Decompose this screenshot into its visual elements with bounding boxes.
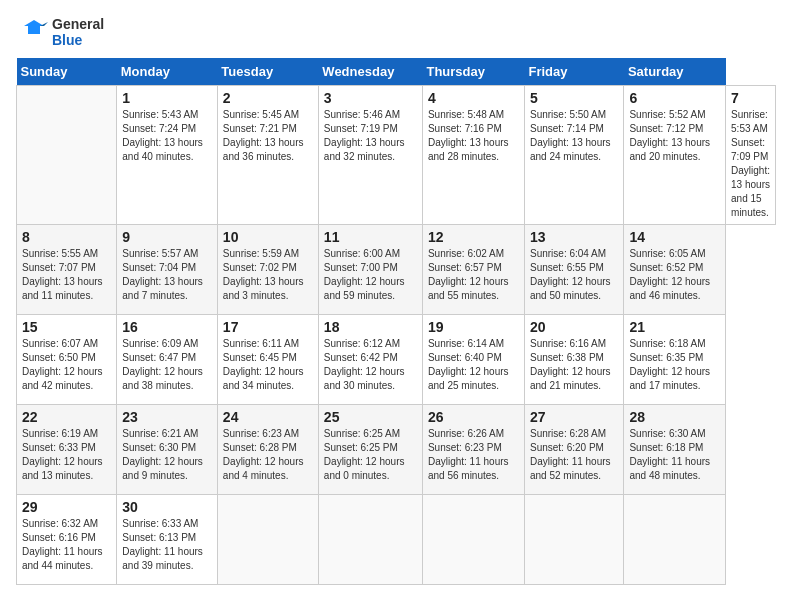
- day-number: 16: [122, 319, 212, 335]
- day-info: Sunrise: 6:19 AM Sunset: 6:33 PM Dayligh…: [22, 427, 111, 483]
- day-header-monday: Monday: [117, 58, 218, 86]
- day-info: Sunrise: 6:33 AM Sunset: 6:13 PM Dayligh…: [122, 517, 212, 573]
- day-cell-22: 22Sunrise: 6:19 AM Sunset: 6:33 PM Dayli…: [17, 405, 117, 495]
- day-info: Sunrise: 6:11 AM Sunset: 6:45 PM Dayligh…: [223, 337, 313, 393]
- day-info: Sunrise: 5:48 AM Sunset: 7:16 PM Dayligh…: [428, 108, 519, 164]
- day-info: Sunrise: 6:18 AM Sunset: 6:35 PM Dayligh…: [629, 337, 720, 393]
- day-info: Sunrise: 6:30 AM Sunset: 6:18 PM Dayligh…: [629, 427, 720, 483]
- day-number: 25: [324, 409, 417, 425]
- day-cell-1: 1Sunrise: 5:43 AM Sunset: 7:24 PM Daylig…: [117, 86, 218, 225]
- day-cell-5: 5Sunrise: 5:50 AM Sunset: 7:14 PM Daylig…: [524, 86, 623, 225]
- day-info: Sunrise: 6:16 AM Sunset: 6:38 PM Dayligh…: [530, 337, 618, 393]
- day-number: 13: [530, 229, 618, 245]
- day-number: 1: [122, 90, 212, 106]
- day-info: Sunrise: 6:07 AM Sunset: 6:50 PM Dayligh…: [22, 337, 111, 393]
- day-cell-20: 20Sunrise: 6:16 AM Sunset: 6:38 PM Dayli…: [524, 315, 623, 405]
- week-row-1: 1Sunrise: 5:43 AM Sunset: 7:24 PM Daylig…: [17, 86, 776, 225]
- day-info: Sunrise: 5:43 AM Sunset: 7:24 PM Dayligh…: [122, 108, 212, 164]
- day-info: Sunrise: 6:26 AM Sunset: 6:23 PM Dayligh…: [428, 427, 519, 483]
- empty-cell: [524, 495, 623, 585]
- day-info: Sunrise: 6:32 AM Sunset: 6:16 PM Dayligh…: [22, 517, 111, 573]
- logo-general: General: [52, 16, 104, 32]
- day-number: 20: [530, 319, 618, 335]
- calendar-header-row: SundayMondayTuesdayWednesdayThursdayFrid…: [17, 58, 776, 86]
- day-cell-19: 19Sunrise: 6:14 AM Sunset: 6:40 PM Dayli…: [422, 315, 524, 405]
- day-header-saturday: Saturday: [624, 58, 726, 86]
- day-number: 15: [22, 319, 111, 335]
- svg-marker-1: [40, 22, 48, 26]
- day-cell-21: 21Sunrise: 6:18 AM Sunset: 6:35 PM Dayli…: [624, 315, 726, 405]
- day-cell-26: 26Sunrise: 6:26 AM Sunset: 6:23 PM Dayli…: [422, 405, 524, 495]
- day-cell-23: 23Sunrise: 6:21 AM Sunset: 6:30 PM Dayli…: [117, 405, 218, 495]
- day-number: 8: [22, 229, 111, 245]
- day-number: 7: [731, 90, 770, 106]
- day-info: Sunrise: 5:53 AM Sunset: 7:09 PM Dayligh…: [731, 108, 770, 220]
- day-header-thursday: Thursday: [422, 58, 524, 86]
- day-info: Sunrise: 5:52 AM Sunset: 7:12 PM Dayligh…: [629, 108, 720, 164]
- week-row-4: 22Sunrise: 6:19 AM Sunset: 6:33 PM Dayli…: [17, 405, 776, 495]
- day-header-tuesday: Tuesday: [217, 58, 318, 86]
- day-number: 11: [324, 229, 417, 245]
- page-header: General Blue: [16, 16, 776, 48]
- empty-cell: [17, 86, 117, 225]
- day-number: 10: [223, 229, 313, 245]
- day-info: Sunrise: 6:23 AM Sunset: 6:28 PM Dayligh…: [223, 427, 313, 483]
- day-info: Sunrise: 5:57 AM Sunset: 7:04 PM Dayligh…: [122, 247, 212, 303]
- day-info: Sunrise: 6:12 AM Sunset: 6:42 PM Dayligh…: [324, 337, 417, 393]
- day-cell-2: 2Sunrise: 5:45 AM Sunset: 7:21 PM Daylig…: [217, 86, 318, 225]
- day-number: 5: [530, 90, 618, 106]
- logo-blue: Blue: [52, 32, 104, 48]
- day-number: 3: [324, 90, 417, 106]
- day-cell-13: 13Sunrise: 6:04 AM Sunset: 6:55 PM Dayli…: [524, 225, 623, 315]
- day-number: 28: [629, 409, 720, 425]
- day-cell-12: 12Sunrise: 6:02 AM Sunset: 6:57 PM Dayli…: [422, 225, 524, 315]
- day-info: Sunrise: 6:25 AM Sunset: 6:25 PM Dayligh…: [324, 427, 417, 483]
- day-cell-30: 30Sunrise: 6:33 AM Sunset: 6:13 PM Dayli…: [117, 495, 218, 585]
- day-info: Sunrise: 5:46 AM Sunset: 7:19 PM Dayligh…: [324, 108, 417, 164]
- day-number: 29: [22, 499, 111, 515]
- day-number: 22: [22, 409, 111, 425]
- day-number: 24: [223, 409, 313, 425]
- day-number: 26: [428, 409, 519, 425]
- empty-cell: [318, 495, 422, 585]
- day-cell-4: 4Sunrise: 5:48 AM Sunset: 7:16 PM Daylig…: [422, 86, 524, 225]
- day-cell-18: 18Sunrise: 6:12 AM Sunset: 6:42 PM Dayli…: [318, 315, 422, 405]
- week-row-2: 8Sunrise: 5:55 AM Sunset: 7:07 PM Daylig…: [17, 225, 776, 315]
- day-number: 6: [629, 90, 720, 106]
- day-number: 23: [122, 409, 212, 425]
- day-cell-8: 8Sunrise: 5:55 AM Sunset: 7:07 PM Daylig…: [17, 225, 117, 315]
- day-info: Sunrise: 6:28 AM Sunset: 6:20 PM Dayligh…: [530, 427, 618, 483]
- day-number: 30: [122, 499, 212, 515]
- day-number: 27: [530, 409, 618, 425]
- day-number: 14: [629, 229, 720, 245]
- day-cell-29: 29Sunrise: 6:32 AM Sunset: 6:16 PM Dayli…: [17, 495, 117, 585]
- day-cell-9: 9Sunrise: 5:57 AM Sunset: 7:04 PM Daylig…: [117, 225, 218, 315]
- day-number: 17: [223, 319, 313, 335]
- day-cell-17: 17Sunrise: 6:11 AM Sunset: 6:45 PM Dayli…: [217, 315, 318, 405]
- day-cell-25: 25Sunrise: 6:25 AM Sunset: 6:25 PM Dayli…: [318, 405, 422, 495]
- day-cell-16: 16Sunrise: 6:09 AM Sunset: 6:47 PM Dayli…: [117, 315, 218, 405]
- logo: General Blue: [16, 16, 104, 48]
- week-row-3: 15Sunrise: 6:07 AM Sunset: 6:50 PM Dayli…: [17, 315, 776, 405]
- day-header-friday: Friday: [524, 58, 623, 86]
- day-cell-11: 11Sunrise: 6:00 AM Sunset: 7:00 PM Dayli…: [318, 225, 422, 315]
- day-cell-6: 6Sunrise: 5:52 AM Sunset: 7:12 PM Daylig…: [624, 86, 726, 225]
- day-info: Sunrise: 6:05 AM Sunset: 6:52 PM Dayligh…: [629, 247, 720, 303]
- empty-cell: [217, 495, 318, 585]
- logo-bird-icon: [16, 16, 48, 48]
- day-info: Sunrise: 6:00 AM Sunset: 7:00 PM Dayligh…: [324, 247, 417, 303]
- empty-cell: [422, 495, 524, 585]
- day-cell-15: 15Sunrise: 6:07 AM Sunset: 6:50 PM Dayli…: [17, 315, 117, 405]
- svg-marker-0: [24, 20, 44, 34]
- day-info: Sunrise: 5:59 AM Sunset: 7:02 PM Dayligh…: [223, 247, 313, 303]
- day-header-sunday: Sunday: [17, 58, 117, 86]
- day-cell-10: 10Sunrise: 5:59 AM Sunset: 7:02 PM Dayli…: [217, 225, 318, 315]
- day-number: 19: [428, 319, 519, 335]
- day-info: Sunrise: 6:04 AM Sunset: 6:55 PM Dayligh…: [530, 247, 618, 303]
- day-number: 18: [324, 319, 417, 335]
- day-info: Sunrise: 6:09 AM Sunset: 6:47 PM Dayligh…: [122, 337, 212, 393]
- day-number: 21: [629, 319, 720, 335]
- day-info: Sunrise: 6:14 AM Sunset: 6:40 PM Dayligh…: [428, 337, 519, 393]
- day-number: 9: [122, 229, 212, 245]
- day-number: 2: [223, 90, 313, 106]
